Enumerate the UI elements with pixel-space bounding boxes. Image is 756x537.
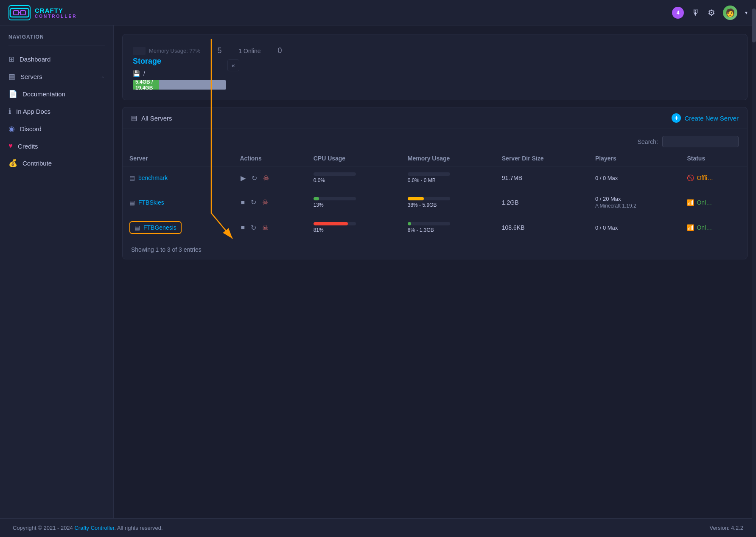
col-status: Status — [680, 151, 747, 166]
content-area: « Memory Usage: ??% 5 1 Online 0 Storage… — [114, 25, 756, 518]
create-server-plus-icon: + — [672, 113, 681, 123]
mem-cell-ftbgenesis: 8% - 1.3GB — [401, 215, 495, 240]
col-actions: Actions — [233, 151, 306, 166]
logo-icon — [8, 5, 31, 20]
server-name-cell-benchmark: ▤ benchmark — [123, 166, 233, 190]
sidebar-item-contribute[interactable]: 💰 Contribute — [0, 155, 113, 172]
restart-button-ftbgenesis[interactable]: ↻ — [250, 223, 257, 233]
dirsize-cell-ftbgenesis: 108.6KB — [495, 215, 588, 240]
nav-divider — [8, 45, 105, 45]
stop-button-ftbskies[interactable]: ■ — [240, 198, 246, 207]
status-cell-ftbskies: 📶Onl… — [680, 190, 747, 215]
dirsize-cell-ftbskies: 1.2GB — [495, 190, 588, 215]
server-icon: ▤ — [134, 224, 140, 231]
avatar[interactable]: 🧑 — [723, 6, 737, 20]
mic-icon: 🎙 — [692, 8, 700, 17]
clipped-metrics-row: Memory Usage: ??% 5 1 Online 0 — [133, 42, 737, 55]
kill-button-benchmark[interactable]: ☠ — [262, 173, 270, 183]
servers-icon: ▤ — [8, 72, 15, 81]
logo-text: CRAFTY CONTROLLER — [35, 7, 77, 19]
servers-arrow-icon: → — [99, 73, 105, 80]
sidebar-collapse-button[interactable]: « — [227, 59, 239, 71]
sidebar-item-label-in-app-docs: In App Docs — [16, 108, 50, 115]
actions-cell-ftbgenesis: ■ ↻ ☠ — [233, 215, 306, 240]
documentation-icon: 📄 — [8, 90, 17, 98]
footer-brand-link[interactable]: Crafty Controller — [74, 525, 114, 531]
sidebar-item-discord[interactable]: ◉ Discord — [0, 120, 113, 138]
cpu-cell-ftbskies: 13% — [307, 190, 401, 215]
create-server-label: Create New Server — [684, 115, 739, 122]
sidebar-item-in-app-docs[interactable]: ℹ In App Docs — [0, 103, 113, 120]
actions-cell-benchmark: ▶ ↻ ☠ — [233, 166, 306, 190]
nav-label: Navigation — [0, 34, 113, 45]
kill-button-ftbskies[interactable]: ☠ — [261, 197, 269, 207]
server-name-cell-ftbskies: ▤ FTBSkies — [123, 190, 233, 215]
status-cell-benchmark: 🚫Offli… — [680, 166, 747, 190]
footer-version: Version: 4.2.2 — [710, 525, 744, 531]
contribute-icon: 💰 — [8, 159, 17, 168]
user-dropdown-chevron[interactable]: ▾ — [745, 10, 748, 16]
actions-cell-ftbskies: ■ ↻ ☠ — [233, 190, 306, 215]
top-section: Memory Usage: ??% 5 1 Online 0 Storage 💾… — [122, 34, 748, 100]
storage-title: Storage — [133, 57, 737, 66]
stop-button-ftbgenesis[interactable]: ■ — [240, 223, 246, 232]
table-row: ▤ FTBGenesis ■ ↻ ☠ 81% 8% - 1.3GB108.6KB… — [123, 215, 747, 240]
col-players: Players — [588, 151, 680, 166]
server-link-ftbskies[interactable]: FTBSkies — [138, 199, 164, 206]
status-label: Offli… — [697, 174, 713, 181]
server-icon: ▤ — [129, 199, 135, 206]
col-cpu: CPU Usage — [307, 151, 401, 166]
status-label: Onl… — [697, 224, 712, 231]
restart-button-benchmark[interactable]: ↻ — [251, 173, 258, 183]
col-server: Server — [123, 151, 233, 166]
logo-area: CRAFTY CONTROLLER — [8, 5, 77, 20]
col-dirsize: Server Dir Size — [495, 151, 588, 166]
hdd-icon: 💾 — [133, 70, 140, 77]
bars-icon: 📶 — [687, 199, 694, 206]
storage-bar-fill: 5.4GB / 19.4GB — [133, 80, 159, 90]
entries-info: Showing 1 to 3 of 3 entries — [123, 240, 747, 259]
restart-button-ftbskies[interactable]: ↻ — [250, 197, 257, 207]
sidebar-item-dashboard[interactable]: ⊞ Dashboard — [0, 51, 113, 68]
col-memory: Memory Usage — [401, 151, 495, 166]
servers-table: Server Actions CPU Usage Memory Usage Se… — [123, 151, 747, 240]
sidebar-item-credits[interactable]: ♥ Credits — [0, 138, 113, 155]
scrollbar[interactable] — [752, 0, 756, 537]
in-app-docs-icon: ℹ — [8, 107, 11, 116]
discord-icon: ◉ — [8, 124, 15, 133]
scrollbar-thumb[interactable] — [752, 8, 756, 42]
table-header: Server Actions CPU Usage Memory Usage Se… — [123, 151, 747, 166]
search-label: Search: — [638, 138, 658, 145]
topbar: CRAFTY CONTROLLER 4 🎙 ⚙ 🧑 ▾ — [0, 0, 756, 25]
sidebar-item-label-contribute: Contribute — [22, 160, 52, 167]
sidebar-item-servers[interactable]: ▤ Servers → — [0, 68, 113, 85]
sidebar-item-documentation[interactable]: 📄 Documentation — [0, 85, 113, 103]
storage-bar: 5.4GB / 19.4GB — [133, 80, 226, 90]
footer: Copyright © 2021 - 2024 Crafty Controlle… — [0, 518, 756, 537]
players-cell-ftbgenesis: 0 / 0 Max — [588, 215, 680, 240]
cpu-cell-ftbgenesis: 81% — [307, 215, 401, 240]
clipped-metric-1: Memory Usage: ??% — [133, 47, 200, 55]
bars-icon: 📶 — [687, 224, 694, 231]
sidebar: Navigation ⊞ Dashboard ▤ Servers → 📄 Doc… — [0, 25, 114, 518]
credits-icon: ♥ — [8, 142, 13, 150]
servers-title-icon: ▤ — [131, 114, 137, 122]
storage-path: 💾 / — [133, 70, 737, 77]
kill-button-ftbgenesis[interactable]: ☠ — [261, 223, 269, 233]
server-link-benchmark[interactable]: benchmark — [138, 174, 168, 181]
servers-panel-header: ▤ All Servers + Create New Server — [123, 107, 747, 129]
search-input[interactable] — [662, 136, 739, 147]
footer-copyright: Copyright © 2021 - 2024 Crafty Controlle… — [13, 525, 163, 531]
table-body: ▤ benchmark ▶ ↻ ☠ 0.0% 0.0% - 0 MB91.7MB… — [123, 166, 747, 240]
cpu-cell-benchmark: 0.0% — [307, 166, 401, 190]
sidebar-item-label-dashboard: Dashboard — [20, 56, 50, 63]
server-link-ftbgenesis[interactable]: FTBGenesis — [143, 224, 176, 231]
search-row: Search: — [123, 129, 747, 151]
notification-button[interactable]: 4 — [672, 7, 684, 19]
create-new-server-button[interactable]: + Create New Server — [672, 113, 739, 123]
servers-section-wrapper: ▤ All Servers + Create New Server Search… — [114, 107, 756, 259]
dirsize-cell-benchmark: 91.7MB — [495, 166, 588, 190]
svg-rect-1 — [14, 11, 19, 15]
play-button-benchmark[interactable]: ▶ — [240, 173, 246, 183]
settings-icon[interactable]: ⚙ — [708, 8, 715, 18]
